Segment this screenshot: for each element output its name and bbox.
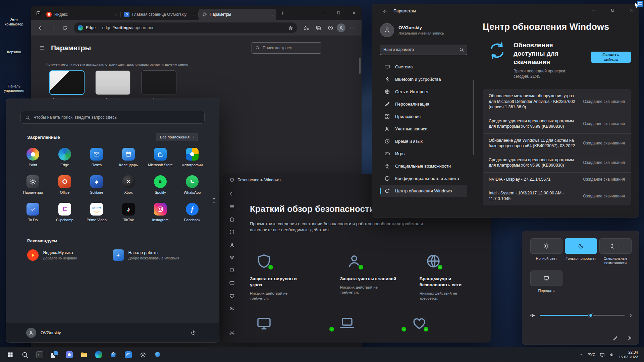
all-apps-button[interactable]: Все приложения	[156, 133, 198, 141]
desktop-icon-control-panel[interactable]: Панель управления	[0, 71, 28, 93]
tile-account-protection[interactable]: Защита учетных записей Никаких действий …	[340, 253, 420, 301]
close-icon[interactable]	[346, 6, 362, 19]
quick-night-light[interactable]: Ночной свет	[530, 238, 562, 265]
start-app-spotify[interactable]: Spotify	[145, 174, 176, 201]
taskbar-search[interactable]	[18, 348, 32, 361]
theme-card-light[interactable]: Светлая	[95, 70, 130, 101]
start-app-facebook[interactable]: fFacebook	[176, 201, 208, 229]
download-now-button[interactable]: Скачать сейчас	[591, 52, 631, 63]
taskbar-defender[interactable]	[151, 348, 164, 361]
start-app-calendar[interactable]: Календарь	[113, 146, 145, 174]
start-app-solitaire[interactable]: ♠Solitaire	[81, 174, 113, 201]
browser-tab-yandex[interactable]: Я Яндекс	[43, 9, 121, 20]
settings-menu-icon[interactable]	[39, 45, 45, 51]
taskbar-explorer[interactable]	[77, 348, 91, 361]
settings-gear-icon[interactable]	[226, 327, 238, 339]
volume-icon[interactable]	[609, 352, 614, 357]
start-app-office[interactable]: OOffice	[49, 174, 81, 201]
language-indicator[interactable]: РУС	[588, 353, 596, 357]
recommended-get-started[interactable]: Начало работыДобро пожаловать в Windows	[113, 249, 198, 261]
tab-actions-icon[interactable]	[34, 7, 43, 19]
start-app-paint[interactable]: Paint	[17, 146, 49, 174]
app-control-icon[interactable]	[226, 264, 238, 276]
focus-assist-tile[interactable]	[565, 238, 597, 254]
recommended-yandex-music[interactable]: Яндекс.МузыкаДобавлено недавно	[27, 249, 113, 261]
collections-icon[interactable]	[313, 22, 324, 34]
tile-firewall[interactable]: Брандмауэр и безопасность сети Никаких д…	[419, 253, 491, 301]
settings-search-box[interactable]	[252, 42, 321, 54]
start-app-todo[interactable]: To Do	[17, 201, 49, 229]
favorites-icon[interactable]	[301, 22, 312, 34]
device-health-icon[interactable]	[226, 290, 238, 302]
start-app-tiktok[interactable]: ♪TikTok	[113, 201, 145, 229]
clock[interactable]: 22:3415.03.2022	[619, 350, 638, 359]
nav-accounts[interactable]: Учетные записи	[380, 123, 467, 135]
add-favorite-icon[interactable]	[288, 25, 293, 31]
start-app-mail[interactable]: Почта	[81, 146, 113, 174]
device-security-icon[interactable]	[226, 277, 238, 289]
back-icon[interactable]	[380, 6, 390, 16]
page-indicator[interactable]	[213, 198, 215, 203]
quick-focus-assist[interactable]: Только приоритет	[565, 238, 597, 265]
taskbar-terminal[interactable]: >_	[33, 348, 46, 361]
volume-slider[interactable]	[540, 315, 625, 316]
night-light-tile[interactable]	[530, 238, 562, 254]
scrollbar[interactable]	[359, 58, 361, 74]
nav-system[interactable]: Система	[380, 61, 467, 73]
start-app-store[interactable]: Microsoft Store	[145, 146, 176, 174]
update-row[interactable]: NVIDIA - Display - 27.21.14.5671Ожидание…	[483, 172, 631, 186]
desktop-icon-this-pc[interactable]: Этот компьютер	[0, 5, 28, 26]
maximize-icon[interactable]	[331, 6, 346, 19]
profile-avatar[interactable]	[337, 23, 345, 32]
start-app-settings[interactable]: Параметры	[17, 174, 49, 201]
update-row[interactable]: Обновление для Windows 11 для систем на …	[483, 133, 631, 153]
account-protection-icon[interactable]	[226, 239, 238, 251]
taskbar-task-view[interactable]	[48, 348, 61, 361]
menu-icon[interactable]	[226, 200, 238, 213]
taskbar-edge[interactable]	[92, 348, 105, 361]
nav-accessibility[interactable]: Специальные возможности	[380, 160, 467, 172]
start-app-instagram[interactable]: Instagram	[145, 201, 176, 229]
taskbar-photos[interactable]	[62, 348, 76, 361]
update-row[interactable]: Средство удаления вредоносных программ д…	[483, 114, 631, 133]
start-app-whatsapp[interactable]: WhatsApp	[176, 174, 208, 201]
start-app-photos[interactable]: Фотографии	[176, 146, 208, 174]
desktop-icon-recycle-bin[interactable]: Корзина	[0, 37, 28, 54]
maximize-icon[interactable]	[605, 4, 620, 16]
search-input[interactable]	[383, 47, 459, 52]
start-button[interactable]	[3, 348, 17, 361]
firewall-icon[interactable]	[226, 251, 238, 263]
tile-virus-protection[interactable]: Защита от вирусов и угроз Никаких действ…	[250, 253, 340, 301]
taskbar-settings[interactable]	[136, 348, 150, 361]
forward-icon[interactable]	[47, 22, 58, 34]
nav-windows-update[interactable]: Центр обновления Windows	[380, 185, 467, 197]
close-tab-icon[interactable]	[114, 12, 119, 17]
update-row[interactable]: Средство удаления вредоносных программ д…	[483, 153, 631, 172]
family-options-icon[interactable]	[226, 302, 238, 314]
volume-icon[interactable]	[530, 312, 536, 318]
settings-search-box[interactable]	[380, 45, 467, 55]
user-name[interactable]: OVGorskiy	[41, 330, 61, 335]
avatar[interactable]	[26, 328, 36, 338]
close-tab-icon[interactable]	[192, 12, 197, 17]
start-app-clipchamp[interactable]: CClipchamp	[49, 201, 81, 229]
update-row[interactable]: Обновление механизма обнаружения угроз д…	[483, 89, 631, 114]
start-search-input[interactable]	[34, 115, 200, 120]
back-icon[interactable]	[35, 22, 46, 34]
minimize-icon[interactable]	[315, 6, 331, 19]
accessibility-tile[interactable]	[599, 238, 632, 254]
theme-card-dark[interactable]: Темная	[141, 70, 176, 101]
tray-overflow-icon[interactable]	[579, 353, 583, 357]
theme-card-system[interactable]: Системная тема	[49, 70, 85, 101]
virus-protection-icon[interactable]	[226, 226, 238, 238]
taskbar-mail[interactable]	[121, 348, 135, 361]
start-app-prime-video[interactable]: primePrime Video	[81, 201, 113, 229]
back-icon[interactable]	[226, 188, 238, 200]
close-tab-icon[interactable]	[269, 12, 274, 17]
start-search-box[interactable]	[20, 111, 205, 124]
browser-tab-settings[interactable]: Параметры	[199, 9, 276, 20]
cast-tile[interactable]	[530, 270, 562, 286]
start-app-edge[interactable]: Edge	[49, 146, 81, 174]
settings-gear-icon[interactable]	[627, 336, 632, 341]
scrollbar[interactable]	[473, 80, 474, 155]
